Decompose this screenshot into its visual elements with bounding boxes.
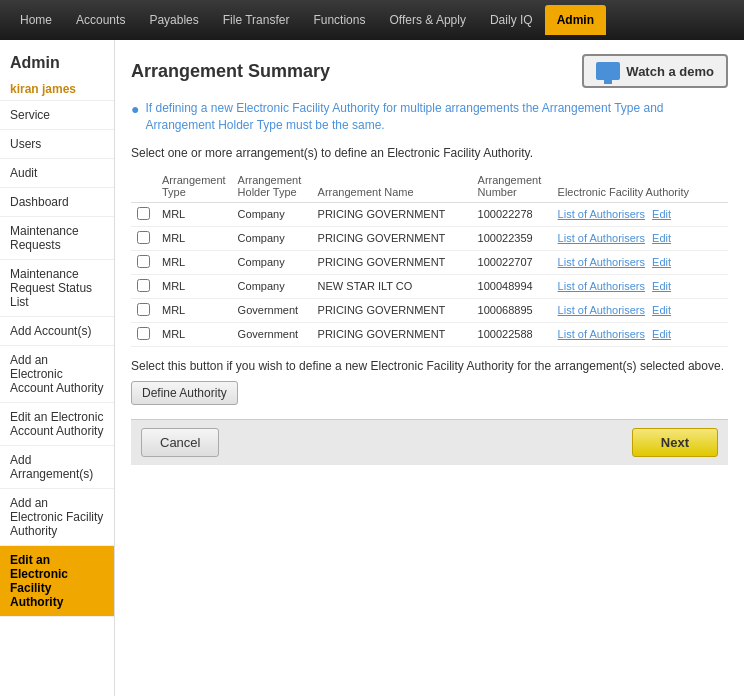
footer-buttons: Cancel Next [131, 419, 728, 465]
monitor-icon [596, 62, 620, 80]
cell-number-3: 100048994 [472, 274, 552, 298]
cell-type-0: MRL [156, 202, 232, 226]
info-box: ● If defining a new Electronic Facility … [131, 100, 728, 134]
cell-name-4: PRICING GOVERNMENT [312, 298, 472, 322]
cell-holder-2: Company [232, 250, 312, 274]
info-icon: ● [131, 101, 139, 117]
list-of-authorisers-link-5[interactable]: List of Authorisers [558, 328, 645, 340]
sidebar-item-maintenance-requests[interactable]: Maintenance Requests [0, 217, 114, 260]
cell-name-5: PRICING GOVERNMENT [312, 322, 472, 346]
cell-type-1: MRL [156, 226, 232, 250]
cell-efa-1: List of Authorisers Edit [552, 226, 728, 250]
sidebar-item-add-arrangement[interactable]: Add Arrangement(s) [0, 446, 114, 489]
table-row: MRL Government PRICING GOVERNMENT 100022… [131, 322, 728, 346]
cell-type-4: MRL [156, 298, 232, 322]
edit-link-3[interactable]: Edit [652, 280, 671, 292]
sidebar-item-audit[interactable]: Audit [0, 159, 114, 188]
cell-type-2: MRL [156, 250, 232, 274]
cell-name-2: PRICING GOVERNMENT [312, 250, 472, 274]
sidebar-item-dashboard[interactable]: Dashboard [0, 188, 114, 217]
cell-holder-3: Company [232, 274, 312, 298]
cell-name-3: NEW STAR ILT CO [312, 274, 472, 298]
select-prompt: Select one or more arrangement(s) to def… [131, 146, 728, 160]
define-auth-text: Select this button if you wish to define… [131, 359, 724, 373]
cell-name-0: PRICING GOVERNMENT [312, 202, 472, 226]
table-row: MRL Company PRICING GOVERNMENT 100022359… [131, 226, 728, 250]
list-of-authorisers-link-2[interactable]: List of Authorisers [558, 256, 645, 268]
watch-demo-button[interactable]: Watch a demo [582, 54, 728, 88]
list-of-authorisers-link-0[interactable]: List of Authorisers [558, 208, 645, 220]
cell-type-5: MRL [156, 322, 232, 346]
main-container: Admin kiran james Service Users Audit Da… [0, 40, 744, 696]
col-header-arrangement-type: Arrangement Type [156, 170, 232, 203]
edit-link-5[interactable]: Edit [652, 328, 671, 340]
row-checkbox-1[interactable] [137, 231, 150, 244]
cell-efa-2: List of Authorisers Edit [552, 250, 728, 274]
col-header-checkbox [131, 170, 156, 203]
cell-holder-5: Government [232, 322, 312, 346]
top-navigation: Home Accounts Payables File Transfer Fun… [0, 0, 744, 40]
cell-holder-1: Company [232, 226, 312, 250]
content-area: Arrangement Summary Watch a demo ● If de… [115, 40, 744, 696]
nav-file-transfer[interactable]: File Transfer [211, 5, 302, 35]
cell-type-3: MRL [156, 274, 232, 298]
page-title: Arrangement Summary [131, 61, 330, 82]
nav-accounts[interactable]: Accounts [64, 5, 137, 35]
col-header-holder-type: Arrangement Holder Type [232, 170, 312, 203]
cell-number-1: 100022359 [472, 226, 552, 250]
cell-number-2: 100022707 [472, 250, 552, 274]
nav-admin[interactable]: Admin [545, 5, 606, 35]
edit-link-0[interactable]: Edit [652, 208, 671, 220]
cell-name-1: PRICING GOVERNMENT [312, 226, 472, 250]
define-authority-button[interactable]: Define Authority [131, 381, 238, 405]
row-checkbox-3[interactable] [137, 279, 150, 292]
list-of-authorisers-link-4[interactable]: List of Authorisers [558, 304, 645, 316]
nav-offers-apply[interactable]: Offers & Apply [377, 5, 477, 35]
cancel-button[interactable]: Cancel [141, 428, 219, 457]
next-button[interactable]: Next [632, 428, 718, 457]
cell-efa-0: List of Authorisers Edit [552, 202, 728, 226]
sidebar-item-service[interactable]: Service [0, 101, 114, 130]
row-checkbox-4[interactable] [137, 303, 150, 316]
row-checkbox-0[interactable] [137, 207, 150, 220]
sidebar-item-maintenance-request-status-list[interactable]: Maintenance Request Status List [0, 260, 114, 317]
edit-link-4[interactable]: Edit [652, 304, 671, 316]
cell-efa-3: List of Authorisers Edit [552, 274, 728, 298]
table-row: MRL Government PRICING GOVERNMENT 100068… [131, 298, 728, 322]
nav-daily-iq[interactable]: Daily IQ [478, 5, 545, 35]
arrangement-table: Arrangement Type Arrangement Holder Type… [131, 170, 728, 347]
edit-link-1[interactable]: Edit [652, 232, 671, 244]
cell-holder-4: Government [232, 298, 312, 322]
list-of-authorisers-link-1[interactable]: List of Authorisers [558, 232, 645, 244]
cell-number-0: 100022278 [472, 202, 552, 226]
sidebar-item-add-account[interactable]: Add Account(s) [0, 317, 114, 346]
col-header-efa: Electronic Facility Authority [552, 170, 728, 203]
sidebar-item-users[interactable]: Users [0, 130, 114, 159]
row-checkbox-5[interactable] [137, 327, 150, 340]
sidebar-item-add-electronic-facility-authority[interactable]: Add an Electronic Facility Authority [0, 489, 114, 546]
define-authority-row: Select this button if you wish to define… [131, 359, 728, 405]
cell-number-5: 100022588 [472, 322, 552, 346]
edit-link-2[interactable]: Edit [652, 256, 671, 268]
cell-efa-5: List of Authorisers Edit [552, 322, 728, 346]
nav-home[interactable]: Home [8, 5, 64, 35]
cell-holder-0: Company [232, 202, 312, 226]
col-header-arrangement-name: Arrangement Name [312, 170, 472, 203]
sidebar-user: kiran james [0, 78, 114, 101]
nav-payables[interactable]: Payables [137, 5, 210, 35]
row-checkbox-2[interactable] [137, 255, 150, 268]
info-message: If defining a new Electronic Facility Au… [145, 100, 728, 134]
sidebar-item-add-electronic-account-authority[interactable]: Add an Electronic Account Authority [0, 346, 114, 403]
table-row: MRL Company PRICING GOVERNMENT 100022707… [131, 250, 728, 274]
sidebar-title: Admin [0, 44, 114, 78]
watch-demo-label: Watch a demo [626, 64, 714, 79]
sidebar-item-edit-electronic-account-authority[interactable]: Edit an Electronic Account Authority [0, 403, 114, 446]
nav-functions[interactable]: Functions [301, 5, 377, 35]
sidebar: Admin kiran james Service Users Audit Da… [0, 40, 115, 696]
cell-number-4: 100068895 [472, 298, 552, 322]
col-header-arrangement-number: Arrangement Number [472, 170, 552, 203]
list-of-authorisers-link-3[interactable]: List of Authorisers [558, 280, 645, 292]
cell-efa-4: List of Authorisers Edit [552, 298, 728, 322]
sidebar-item-edit-electronic-facility-authority[interactable]: Edit an Electronic Facility Authority [0, 546, 114, 617]
table-row: MRL Company PRICING GOVERNMENT 100022278… [131, 202, 728, 226]
